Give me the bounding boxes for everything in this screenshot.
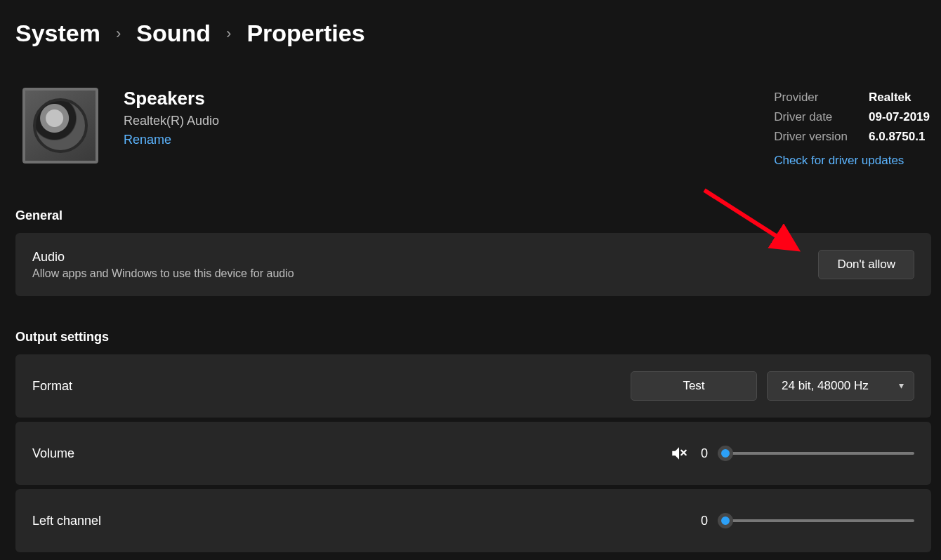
volume-value: 0 — [701, 446, 708, 461]
breadcrumb-properties: Properties — [246, 20, 364, 47]
audio-row-title: Audio — [32, 250, 818, 265]
driver-version-label: Driver version — [774, 130, 848, 144]
driver-date-value: 09-07-2019 — [869, 110, 930, 124]
left-channel-value: 0 — [701, 514, 708, 528]
driver-version-value: 6.0.8750.1 — [869, 130, 930, 144]
device-name: Speakers — [124, 88, 749, 109]
chevron-right-icon: › — [116, 25, 121, 43]
volume-slider[interactable] — [718, 450, 914, 457]
audio-row-desc: Allow apps and Windows to use this devic… — [32, 267, 818, 280]
volume-row: Volume 0 — [15, 422, 931, 485]
svg-marker-0 — [672, 447, 679, 459]
breadcrumb-sound[interactable]: Sound — [136, 20, 211, 47]
chevron-right-icon: › — [226, 25, 231, 43]
left-channel-slider[interactable] — [718, 517, 914, 524]
format-dropdown-value: 24 bit, 48000 Hz — [782, 379, 869, 393]
driver-date-label: Driver date — [774, 110, 848, 124]
breadcrumb: System › Sound › Properties — [0, 0, 941, 47]
format-label: Format — [32, 379, 631, 394]
left-channel-label: Left channel — [32, 514, 701, 528]
speaker-device-icon — [22, 88, 98, 164]
test-button[interactable]: Test — [631, 371, 757, 401]
device-subtitle: Realtek(R) Audio — [124, 114, 749, 128]
chevron-down-icon: ▾ — [899, 380, 904, 391]
volume-muted-icon[interactable] — [670, 446, 691, 461]
format-dropdown[interactable]: 24 bit, 48000 Hz ▾ — [767, 371, 914, 401]
breadcrumb-system[interactable]: System — [15, 20, 100, 47]
format-row: Format Test 24 bit, 48000 Hz ▾ — [15, 354, 931, 418]
left-channel-row: Left channel 0 — [15, 489, 931, 552]
audio-allow-row: Audio Allow apps and Windows to use this… — [15, 233, 931, 296]
rename-link[interactable]: Rename — [124, 133, 749, 147]
volume-label: Volume — [32, 446, 670, 461]
provider-label: Provider — [774, 91, 848, 105]
section-general-label: General — [0, 168, 941, 233]
dont-allow-button[interactable]: Don't allow — [818, 250, 914, 279]
section-output-label: Output settings — [0, 300, 941, 354]
check-driver-updates-link[interactable]: Check for driver updates — [774, 149, 930, 168]
provider-value: Realtek — [869, 91, 930, 105]
driver-metadata: Provider Realtek Driver date 09-07-2019 … — [774, 88, 930, 168]
